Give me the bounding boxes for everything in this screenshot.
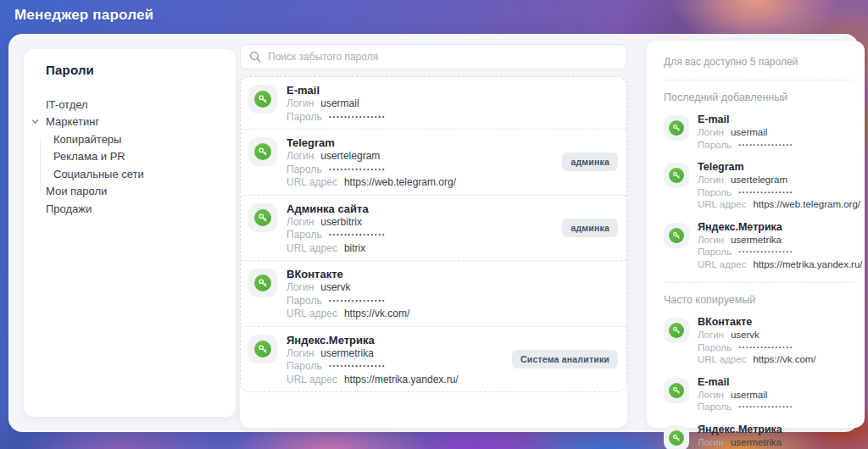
tag-badge: админка [562,152,618,171]
folders-sidebar: Пароли IT-отдел Маркетинг Копирайтеры Ре… [24,49,236,417]
login-label: Логин [287,97,314,109]
search-input[interactable] [268,51,618,63]
passwords-panel: E-mail Логинusermail Пароль·············… [240,76,627,428]
key-icon [669,168,684,183]
key-icon [254,143,271,160]
page-title: Менеджер паролей [14,7,153,24]
password-value: ··············· [329,360,386,372]
login-value: usermetrika [320,347,374,359]
aside-entry-telegram[interactable]: Telegram Логинusertelegram Пароль·······… [664,159,849,211]
entry-title: Telegram [698,159,849,174]
sidebar-item-marketing[interactable]: Маркетинг [36,114,224,131]
password-entry-adminka-sayta[interactable]: Админка сайта Логинuserbitrix Пароль····… [241,195,626,261]
url-value: https://metrika.yandex.ru/ [344,374,459,385]
tag-badge: Система аналитики [512,350,618,369]
password-entry-yandex-metrika[interactable]: Яндекс.Метрика Логинusermetrika Пароль··… [241,326,626,392]
section-title-last-added: Последний добавленный [664,91,849,103]
key-icon [669,323,684,338]
password-manager-app: Менеджер паролей Пароли IT-отдел Маркети… [0,0,868,449]
url-value: https://web.telegram.org/ [344,176,456,188]
separator [664,80,853,80]
key-icon [669,430,684,446]
entry-title: E-mail [698,374,793,389]
aside-entry-vkontakte[interactable]: ВКонтакте Логинuservk Пароль············… [664,314,849,366]
entry-title: Админка сайта [287,201,386,216]
sidebar-title: Пароли [46,63,224,77]
password-value: ··············· [329,164,386,175]
chevron-down-icon [31,117,40,126]
login-label: Логин [287,150,314,162]
entry-title: E-mail [287,82,386,97]
key-icon [669,383,684,398]
password-list: E-mail Логинusermail Пароль·············… [240,76,627,392]
login-label: Логин [287,281,314,293]
login-label: Логин [287,216,314,228]
sidebar-item-it-otdel[interactable]: IT-отдел [36,96,224,114]
entry-title: ВКонтакте [287,266,409,281]
sidebar-item-socseti[interactable]: Социальные сети [36,165,224,183]
password-entry-telegram[interactable]: Telegram Логинusertelegram Пароль·······… [241,129,626,195]
password-value: ··············· [329,111,386,123]
password-label: Пароль [287,295,322,307]
content-shell: Пароли IT-отдел Маркетинг Копирайтеры Ре… [8,34,859,432]
url-label: URL адрес [287,176,337,188]
key-icon [254,274,271,291]
aside-entry-email-2[interactable]: E-mail Логинusermail Пароль·············… [664,374,849,413]
sidebar-item-prodazhi[interactable]: Продажи [36,200,224,218]
search-bar [240,44,627,69]
login-value: usertelegram [320,150,380,162]
separator [664,282,853,283]
sidebar-item-reklama-pr[interactable]: Реклама и PR [36,148,224,166]
entry-title: E-mail [698,112,793,126]
url-value: bitrix [344,242,365,254]
url-label: URL адрес [287,308,337,319]
password-label: Пароль [287,111,322,123]
password-value: ··············· [329,295,386,307]
entry-title: Telegram [287,135,456,150]
sidebar-item-kopiraytery[interactable]: Копирайтеры [36,130,224,148]
section-title-often-copied: Часто копируемый [664,294,849,306]
aside-entry-yandex-metrika-2[interactable]: Яндекс.Метрика Логинusermetrika Пароль··… [664,422,849,449]
entry-title: Яндекс.Метрика [287,332,459,347]
url-value: https://vk.com/ [344,308,409,319]
tag-badge: админка [562,219,618,237]
key-icon [669,228,684,243]
tree-guide-line [40,140,41,191]
entry-title: ВКонтакте [698,314,816,329]
search-icon [249,51,261,63]
sidebar-item-moi-paroli[interactable]: Мои пароли [36,183,224,201]
url-label: URL адрес [287,242,337,254]
summary-panel: Для вас доступно 5 паролей Последний доб… [647,41,865,428]
available-passwords-note: Для вас доступно 5 паролей [664,56,849,68]
password-label: Пароль [287,229,322,241]
password-entry-vkontakte[interactable]: ВКонтакте Логинuservk Пароль············… [241,260,626,326]
key-icon [254,341,271,358]
login-value: usermail [320,97,359,109]
entry-title: Яндекс.Метрика [698,219,849,234]
password-label: Пароль [287,164,322,175]
entry-title: Яндекс.Метрика [698,422,849,436]
folder-tree: IT-отдел Маркетинг Копирайтеры Реклама и… [36,96,224,218]
password-label: Пароль [287,360,322,372]
aside-entry-email[interactable]: E-mail Логинusermail Пароль·············… [664,112,849,151]
key-icon [254,209,271,226]
url-label: URL адрес [287,374,337,385]
login-label: Логин [287,347,314,359]
key-icon [254,91,271,108]
key-icon [669,120,684,136]
password-value: ··············· [329,229,386,241]
login-value: uservk [320,281,350,293]
login-value: userbitrix [320,216,362,228]
password-entry-email[interactable]: E-mail Логинusermail Пароль·············… [241,77,626,129]
aside-entry-yandex-metrika[interactable]: Яндекс.Метрика Логинusermetrika Пароль··… [664,219,849,271]
